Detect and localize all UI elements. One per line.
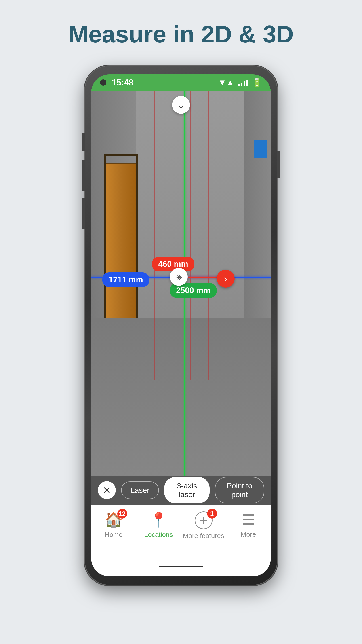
arrow-right-icon: › bbox=[224, 273, 228, 284]
status-bar: 15:48 ▼▲ 🔋 bbox=[91, 74, 271, 90]
page-title: Measure in 2D & 3D bbox=[68, 20, 294, 48]
blue-box-object bbox=[254, 140, 267, 158]
locations-icon: 📍 bbox=[150, 512, 168, 528]
home-indicator bbox=[159, 566, 203, 567]
volume-down-button bbox=[82, 198, 85, 229]
nav-item-more-features[interactable]: + 1 More features bbox=[181, 512, 226, 540]
three-axis-laser-button[interactable]: 3-axis laser bbox=[164, 477, 210, 503]
wifi-icon: ▼▲ bbox=[218, 78, 234, 87]
wall-line-3 bbox=[208, 90, 209, 380]
power-button bbox=[277, 151, 280, 178]
point-to-point-button[interactable]: Point to point bbox=[215, 477, 264, 503]
more-label: More bbox=[241, 531, 256, 538]
home-badge: 12 bbox=[117, 509, 127, 518]
battery-icon: 🔋 bbox=[252, 78, 262, 87]
close-icon: ✕ bbox=[103, 484, 111, 496]
nav-item-home[interactable]: 🏠 12 Home bbox=[91, 512, 136, 538]
volume-silent-button bbox=[82, 133, 85, 151]
volume-up-button bbox=[82, 160, 85, 191]
room-scene: ⌄ ◈ 460 mm 1711 mm 2500 mm › bbox=[91, 90, 271, 505]
crosshair-icon: ◈ bbox=[176, 272, 182, 282]
laser-mode-button[interactable]: Laser bbox=[121, 482, 159, 499]
front-camera bbox=[100, 80, 106, 86]
status-icons: ▼▲ 🔋 bbox=[218, 78, 262, 87]
phone-frame: 15:48 ▼▲ 🔋 bbox=[85, 66, 277, 585]
chevron-down-icon: ⌄ bbox=[177, 99, 185, 111]
more-features-badge: 1 bbox=[207, 509, 217, 518]
measurement-label-460: 460 mm bbox=[152, 257, 194, 272]
crosshair-button[interactable]: ◈ bbox=[170, 268, 188, 286]
camera-view: ⌄ ◈ 460 mm 1711 mm 2500 mm › bbox=[91, 90, 271, 505]
locations-label: Locations bbox=[144, 531, 173, 538]
measurement-label-1711: 1711 mm bbox=[102, 272, 149, 287]
bottom-navigation: 🏠 12 Home 📍 Locations + 1 bbox=[91, 505, 271, 576]
wall-line-2 bbox=[190, 90, 191, 380]
more-icon-wrap: ☰ bbox=[242, 512, 255, 528]
close-button[interactable]: ✕ bbox=[98, 481, 116, 499]
more-features-label: More features bbox=[183, 532, 224, 540]
mode-toolbar: ✕ Laser 3-axis laser Point to point bbox=[91, 476, 271, 505]
next-button[interactable]: › bbox=[217, 270, 235, 288]
hamburger-icon: ☰ bbox=[242, 512, 255, 528]
locations-icon-wrap: 📍 bbox=[150, 512, 168, 528]
wall-line-1 bbox=[154, 90, 155, 380]
phone-device: 15:48 ▼▲ 🔋 bbox=[85, 66, 277, 585]
home-icon-wrap: 🏠 12 bbox=[105, 512, 123, 528]
signal-icon bbox=[238, 79, 248, 86]
top-chevron-button[interactable]: ⌄ bbox=[172, 96, 190, 114]
status-time: 15:48 bbox=[112, 78, 133, 88]
nav-item-locations[interactable]: 📍 Locations bbox=[136, 512, 181, 538]
home-label: Home bbox=[105, 531, 122, 538]
phone-screen: 15:48 ▼▲ 🔋 bbox=[91, 74, 271, 576]
nav-item-more[interactable]: ☰ More bbox=[226, 512, 271, 538]
more-features-icon-wrap: + 1 bbox=[195, 512, 213, 529]
